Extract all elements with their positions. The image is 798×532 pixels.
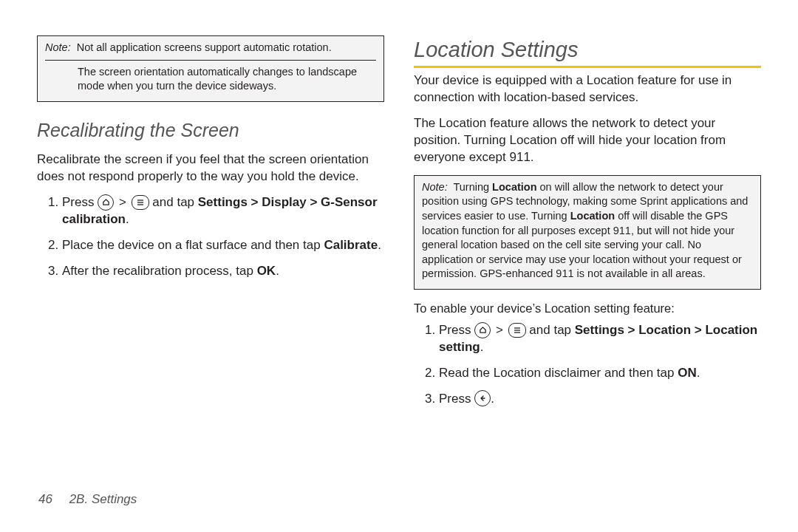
lstep1-b: and tap — [529, 323, 574, 337]
location-p1: Your device is equipped with a Location … — [414, 72, 761, 106]
menu-icon — [508, 323, 526, 338]
back-icon — [474, 390, 491, 406]
note-box-rotation: Note: Not all application screens suppor… — [37, 35, 384, 102]
heading-recalibrating: Recalibrating the Screen — [37, 118, 384, 143]
lstep3-dot: . — [491, 392, 494, 406]
step-2: Place the device on a flat surface and t… — [62, 237, 384, 254]
loc-step-2: Read the Location disclaimer and then ta… — [439, 365, 761, 382]
lstep1-a: Press — [439, 323, 474, 337]
step1-text-b: and tap — [152, 195, 197, 209]
manual-page: Note: Not all application screens suppor… — [0, 0, 798, 532]
note-a: Turning — [453, 181, 492, 193]
note-label: Note: — [45, 41, 71, 53]
step1-dot: . — [126, 212, 129, 226]
note-label-2: Note: — [422, 181, 448, 193]
page-footer: 46 2B. Settings — [38, 491, 137, 508]
step1-text-a: Press — [62, 195, 98, 209]
note-line-1: Note: Not all application screens suppor… — [45, 41, 376, 55]
left-column: Note: Not all application screens suppor… — [37, 35, 384, 502]
note-box-location: Note: Turning Location on will allow the… — [414, 175, 761, 290]
lstep2-a: Read the Location disclaimer and then ta… — [439, 366, 678, 380]
note-divider — [45, 60, 376, 61]
enable-lead: To enable your device’s Location setting… — [414, 300, 761, 316]
note-text-1: Not all application screens support auto… — [77, 41, 332, 53]
step3-text-a: After the recalibration process, tap — [62, 264, 257, 278]
step-3: After the recalibration process, tap OK. — [62, 263, 384, 280]
step2-dot: . — [378, 238, 381, 252]
menu-icon — [132, 195, 149, 210]
step3-bold: OK — [257, 264, 276, 278]
step-1: Press > and tap Settings > Display > G-S… — [62, 194, 384, 228]
lstep2-dot: . — [697, 366, 700, 380]
lstep1-dot: . — [480, 340, 484, 354]
step2-text-a: Place the device on a flat surface and t… — [62, 238, 324, 252]
lstep3-a: Press — [439, 392, 474, 406]
lstep2-bold: ON — [678, 366, 697, 380]
recalibrate-intro: Recalibrate the screen if you feel that … — [37, 151, 384, 185]
note-b2: Location — [570, 210, 615, 222]
page-number: 46 — [38, 492, 52, 506]
gt-icon: > — [119, 195, 126, 209]
home-icon — [98, 194, 114, 211]
heading-location-settings: Location Settings — [414, 35, 761, 68]
location-steps: Press > and tap Settings > Location > Lo… — [414, 322, 761, 408]
gt-icon: > — [496, 323, 503, 337]
loc-step-1: Press > and tap Settings > Location > Lo… — [439, 322, 761, 356]
recalibrate-steps: Press > and tap Settings > Display > G-S… — [37, 194, 384, 280]
step2-bold: Calibrate — [324, 238, 378, 252]
note-location-body: Note: Turning Location on will allow the… — [422, 180, 753, 282]
section-label: 2B. Settings — [69, 492, 137, 506]
location-p2: The Location feature allows the network … — [414, 115, 761, 166]
step3-dot: . — [276, 264, 279, 278]
loc-step-3: Press . — [439, 391, 761, 408]
right-column: Location Settings Your device is equippe… — [414, 35, 761, 502]
home-icon — [474, 322, 491, 338]
note-text-2: The screen orientation automatically cha… — [78, 65, 376, 94]
note-b1: Location — [492, 181, 536, 193]
